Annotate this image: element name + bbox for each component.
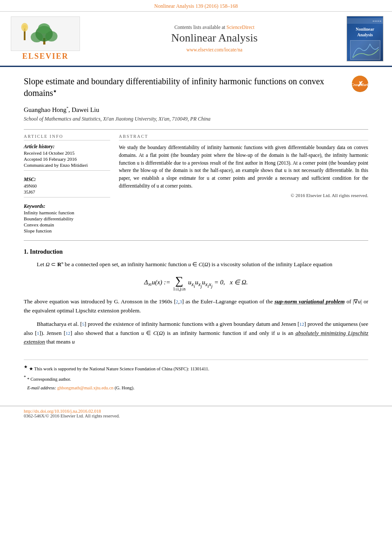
author-co: , Dawei Liu (68, 106, 99, 113)
eq-sum-symbol: ∑ (175, 275, 183, 287)
issn-text: 0362-546X/© 2016 Elsevier Ltd. All right… (24, 414, 120, 418)
msc1-line: 49N60 (24, 183, 110, 188)
logo-image (11, 16, 80, 51)
article-info-abstract: ARTICLE INFO Article history: Received 1… (24, 134, 368, 234)
communicated-line: Communicated by Enzo Mitidieri (24, 162, 110, 168)
divider-top (24, 129, 368, 130)
paper-footer: ★ ★ This work is supported by the Nation… (24, 360, 368, 391)
abstract-col: ABSTRACT We study the boundary different… (119, 134, 368, 234)
doi-link[interactable]: http://dx.doi.org/10.1016/j.na.2016.02.0… (24, 409, 101, 414)
paper-title-label: Slope estimate and boundary differentiab… (24, 76, 324, 98)
journal-title-header: Nonlinear Analysis (89, 32, 340, 45)
keywords-block: Keywords: Infinity harmonic function Bou… (24, 197, 110, 233)
eq-delta: Δ∞u(x) := (144, 279, 170, 288)
keywords-header: Keywords: (24, 204, 110, 209)
author-main: Guanghao Hong (24, 106, 67, 113)
cover-top: ▪ ▪ ▪ ▪ ▪ (347, 18, 383, 24)
top-bar: Nonlinear Analysis 139 (2016) 158–168 (0, 0, 392, 12)
crossmark-icon: ✗ CrossMark (352, 76, 368, 92)
svg-point-4 (38, 23, 50, 34)
footer-corresponding: * * Corresponding author. (24, 374, 368, 382)
received-line: Received 14 October 2015 (24, 150, 110, 156)
section1-para3: Bhattacharya et al. [5] proved the exist… (24, 320, 368, 347)
cover-title-line2: Analysis (357, 32, 373, 37)
keyword3: Convex domain (24, 222, 110, 227)
eq-sum-limits: 1≤i,j≤n (173, 287, 185, 291)
eq-sum: ∑ 1≤i,j≤n (173, 275, 185, 291)
journal-url-link[interactable]: www.elsevier.com/locate/na (186, 47, 242, 52)
email-suffix: (G. Hong). (115, 385, 134, 390)
keyword4: Slope function (24, 228, 110, 233)
article-info-col: ARTICLE INFO Article history: Received 1… (24, 134, 110, 234)
abstract-text: We study the boundary differentiability … (119, 144, 368, 190)
email-label: E-mail address: (27, 385, 56, 390)
journal-center: Contents lists available at ScienceDirec… (89, 25, 340, 53)
elsevier-tree-svg (19, 21, 71, 47)
footer-star-note: ★ ★ This work is supported by the Nation… (24, 363, 368, 372)
section1-title: 1. Introduction (24, 248, 368, 255)
footer-email: E-mail address: ghbongmath@mail.xjtu.edu… (24, 385, 368, 392)
cover-chart (351, 41, 381, 60)
elsevier-text: ELSEVIER (22, 52, 68, 61)
email-link[interactable]: ghbongmath@mail.xjtu.edu.cn (57, 385, 113, 390)
svg-point-2 (31, 32, 43, 42)
section1-para1: Let Ω ⊂ Rn be a connected open set, an i… (24, 260, 368, 269)
journal-header: ELSEVIER Contents lists available at Sci… (0, 12, 392, 67)
history-header: Article history: (24, 144, 110, 149)
section1-number: 1. (24, 248, 29, 255)
msc2-line: 35J67 (24, 189, 110, 194)
star-note-text: ★ This work is supported by the National… (29, 366, 210, 371)
abstract-copyright: © 2016 Elsevier Ltd. All rights reserved… (119, 193, 368, 198)
corresponding-text: * Corresponding author. (27, 377, 71, 382)
divider-mid (24, 240, 368, 241)
paper-title-text: Slope estimate and boundary differentiab… (24, 76, 347, 99)
section1-para2: The above equation was introduced by G. … (24, 297, 368, 315)
main-content: Slope estimate and boundary differentiab… (0, 67, 392, 401)
keyword2: Boundary differentiability (24, 216, 110, 221)
sciencedirect-link[interactable]: ScienceDirect (226, 25, 255, 30)
journal-cover: ▪ ▪ ▪ ▪ ▪ Nonlinear Analysis (347, 16, 383, 61)
msc-header: MSC: (24, 177, 110, 182)
affiliation-line: School of Mathematics and Statistics, Xi… (24, 116, 368, 122)
eq-body: uxiuxjuxixj = 0, x ∈ Ω. (188, 278, 248, 289)
journal-reference: Nonlinear Analysis 139 (2016) 158–168 (154, 3, 238, 9)
elsevier-logo: ELSEVIER (9, 16, 82, 61)
msc-block: MSC: 49N60 35J67 (24, 170, 110, 194)
journal-url: www.elsevier.com/locate/na (89, 46, 340, 53)
svg-point-7 (22, 25, 27, 29)
crossmark-svg: ✗ CrossMark (352, 76, 368, 92)
cover-title-line1: Nonlinear (356, 27, 374, 32)
equation-block: Δ∞u(x) := ∑ 1≤i,j≤n uxiuxjuxixj = 0, x ∈… (24, 275, 368, 291)
svg-text:CrossMark: CrossMark (352, 83, 368, 87)
article-info-header: ARTICLE INFO (24, 134, 110, 140)
authors-line: Guanghao Hong*, Dawei Liu (24, 106, 368, 114)
abstract-header: ABSTRACT (119, 134, 368, 140)
equation-content: Δ∞u(x) := ∑ 1≤i,j≤n uxiuxjuxixj = 0, x ∈… (144, 275, 248, 291)
cover-image (350, 40, 380, 60)
bottom-bar: http://dx.doi.org/10.1016/j.na.2016.02.0… (0, 406, 392, 421)
accepted-line: Accepted 16 February 2016 (24, 156, 110, 162)
title-star: ★ (53, 89, 57, 93)
section1-heading: Introduction (30, 248, 63, 255)
paper-title-block: Slope estimate and boundary differentiab… (24, 76, 368, 99)
contents-line: Contents lists available at ScienceDirec… (89, 25, 340, 30)
cover-title: Nonlinear Analysis (354, 24, 376, 40)
keyword1: Infinity harmonic function (24, 210, 110, 215)
